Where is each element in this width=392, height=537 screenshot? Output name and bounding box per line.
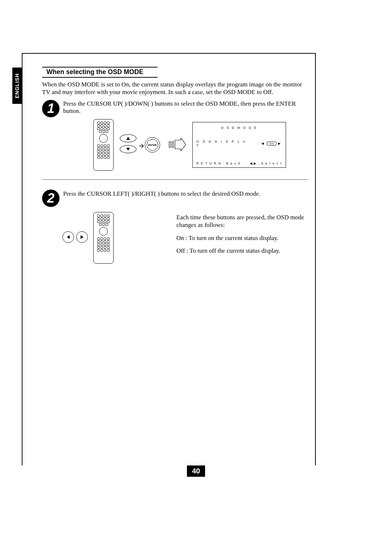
- enter-button: ENTER: [145, 137, 160, 152]
- result-arrow-icon: [168, 138, 186, 151]
- osd-display-row: O S D D I S P L A Y : ◀ On ▶: [196, 140, 282, 147]
- cursor-left-right-buttons: [62, 228, 88, 246]
- remote-illustration: [93, 212, 114, 264]
- step2-desc-intro: Each time these buttons are pressed, the…: [176, 213, 311, 229]
- page-number-container: 40: [0, 465, 392, 477]
- section-title: When selecting the OSD MODE: [44, 68, 146, 76]
- step2-instruction: Press the CURSOR LEFT( )/RIGHT( ) button…: [63, 190, 310, 198]
- osd-title: O S D M O D E: [193, 126, 286, 130]
- osd-return-label: R E T U R N : B a c k: [196, 162, 241, 165]
- osd-screen: O S D M O D E O S D D I S P L A Y : ◀ On…: [192, 122, 286, 168]
- osd-select-label: ◀, ▶ : S e l e c t: [250, 162, 282, 165]
- arrow-right-icon: [139, 142, 144, 150]
- step-number-2: 2: [42, 190, 60, 207]
- up-icon: [126, 137, 130, 140]
- cursor-up-down-buttons: [118, 134, 138, 155]
- right-icon: [81, 235, 83, 239]
- osd-display-value: On: [267, 142, 277, 146]
- step-divider: [42, 179, 309, 180]
- step-number-1: 1: [42, 100, 60, 117]
- page-number: 40: [187, 465, 205, 477]
- left-icon: [67, 235, 70, 239]
- down-icon: [126, 148, 130, 151]
- intro-paragraph: When the OSD MODE is set to On, the curr…: [42, 81, 311, 96]
- step2-desc-off: Off : To turn off the current status dis…: [176, 247, 311, 255]
- step2-description: Each time these buttons are pressed, the…: [176, 213, 311, 260]
- step1-instruction: Press the CURSOR UP( )/DOWN( ) buttons t…: [63, 100, 310, 115]
- language-tab: ENGLISH: [12, 68, 22, 104]
- remote-illustration: [93, 119, 114, 171]
- osd-display-label: O S D D I S P L A Y: [196, 140, 250, 147]
- step2-desc-on: On : To turn on the current status displ…: [176, 234, 311, 242]
